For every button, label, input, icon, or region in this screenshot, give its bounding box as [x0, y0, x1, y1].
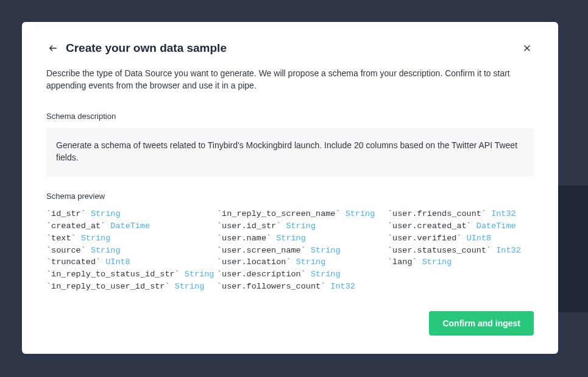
schema-field-row: `user.description` String — [217, 268, 363, 281]
close-button[interactable] — [520, 41, 534, 55]
schema-column: `in_reply_to_screen_name` String`user.id… — [217, 208, 363, 293]
schema-field-row: `created_at` DateTime — [46, 220, 193, 232]
schema-field-type: UInt8 — [467, 234, 492, 243]
modal-header: Create your own data sample — [46, 41, 534, 55]
create-data-sample-modal: Create your own data sample Describe the… — [22, 22, 558, 354]
schema-field-type: String — [175, 282, 205, 291]
schema-field-type: String — [311, 270, 341, 279]
schema-field-row: `truncated` UInt8 — [46, 256, 193, 268]
schema-preview: `id_str` String`created_at` DateTime`tex… — [46, 208, 534, 293]
close-icon — [523, 44, 531, 52]
schema-field-name: `user.created_at` — [388, 221, 476, 231]
schema-field-name: `lang` — [388, 257, 422, 267]
schema-field-row: `user.screen_name` String — [217, 245, 363, 257]
schema-field-name: `created_at` — [46, 221, 110, 231]
schema-field-type: String — [185, 270, 214, 279]
schema-field-row: `user.name` String — [217, 232, 363, 245]
schema-field-row: `in_reply_to_screen_name` String — [217, 208, 363, 220]
schema-field-name: `truncated` — [46, 257, 105, 267]
schema-field-row: `lang` String — [388, 256, 534, 268]
schema-field-row: `user.location` String — [217, 256, 363, 268]
schema-field-row: `user.created_at` DateTime — [388, 220, 534, 232]
schema-column: `user.friends_count` Int32`user.created_… — [388, 208, 534, 293]
back-button[interactable] — [46, 41, 60, 55]
schema-field-type: String — [276, 234, 306, 243]
schema-field-name: `user.statuses_count` — [388, 246, 496, 255]
schema-field-row: `user.friends_count` Int32 — [388, 208, 534, 220]
schema-field-type: String — [422, 257, 452, 267]
schema-column: `id_str` String`created_at` DateTime`tex… — [46, 208, 193, 293]
modal-footer: Confirm and ingest — [46, 311, 534, 336]
modal-title: Create your own data sample — [66, 41, 520, 55]
schema-field-type: String — [81, 234, 111, 243]
schema-description-input[interactable] — [46, 128, 534, 177]
schema-field-type: String — [91, 209, 121, 218]
schema-field-name: `in_reply_to_status_id_str` — [46, 270, 185, 279]
schema-field-name: `user.screen_name` — [217, 246, 311, 255]
schema-field-row: `user.statuses_count` Int32 — [388, 245, 534, 257]
schema-field-type: DateTime — [110, 221, 150, 231]
schema-field-type: UInt8 — [105, 257, 130, 267]
confirm-ingest-button[interactable]: Confirm and ingest — [429, 311, 534, 336]
schema-preview-label: Schema preview — [46, 192, 534, 201]
schema-field-row: `source` String — [46, 245, 193, 257]
schema-field-row: `in_reply_to_status_id_str` String — [46, 268, 193, 281]
schema-field-name: `source` — [46, 246, 91, 255]
schema-field-type: String — [311, 246, 341, 255]
schema-field-type: String — [286, 221, 316, 231]
schema-field-name: `user.friends_count` — [388, 209, 491, 218]
schema-field-row: `user.followers_count` Int32 — [217, 281, 363, 293]
schema-field-type: Int32 — [496, 246, 521, 255]
arrow-left-icon — [48, 43, 58, 53]
modal-description: Describe the type of Data Source you wan… — [46, 67, 534, 92]
schema-field-name: `user.name` — [217, 234, 276, 243]
schema-field-type: String — [91, 246, 121, 255]
schema-field-row: `text` String — [46, 232, 193, 245]
schema-field-name: `user.verified` — [388, 234, 467, 243]
schema-field-type: String — [345, 209, 375, 218]
schema-field-type: String — [296, 257, 326, 267]
schema-field-name: `user.location` — [217, 257, 296, 267]
schema-field-name: `user.description` — [217, 270, 311, 279]
schema-field-type: Int32 — [330, 282, 355, 291]
schema-field-name: `text` — [46, 234, 81, 243]
schema-field-type: Int32 — [491, 209, 516, 218]
schema-field-name: `user.followers_count` — [217, 282, 330, 291]
schema-field-row: `user.verified` UInt8 — [388, 232, 534, 245]
schema-field-name: `id_str` — [46, 209, 91, 218]
schema-field-row: `id_str` String — [46, 208, 193, 220]
schema-field-type: DateTime — [476, 221, 516, 231]
schema-field-name: `user.id_str` — [217, 221, 286, 231]
schema-field-row: `user.id_str` String — [217, 220, 363, 232]
schema-field-row: `in_reply_to_user_id_str` String — [46, 281, 193, 293]
schema-field-name: `in_reply_to_screen_name` — [217, 209, 345, 218]
schema-description-label: Schema description — [46, 112, 534, 121]
schema-field-name: `in_reply_to_user_id_str` — [46, 282, 175, 291]
